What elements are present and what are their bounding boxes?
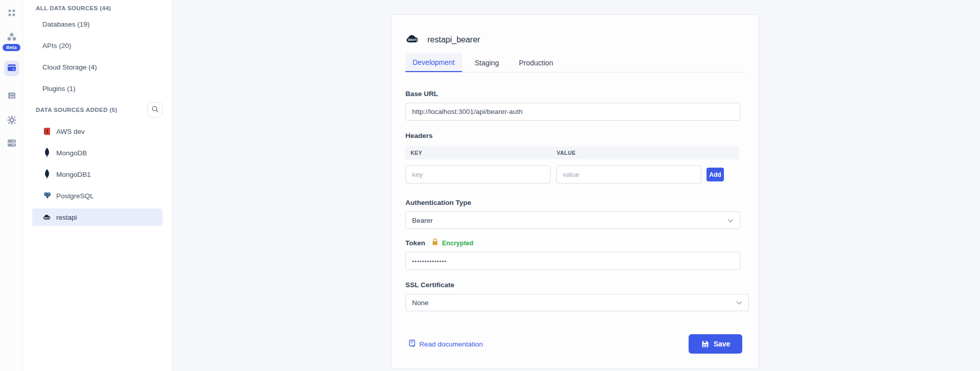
- header-key-input[interactable]: [405, 166, 551, 183]
- document-icon: [408, 339, 416, 349]
- sidebar-item-label: PostgreSQL: [56, 192, 94, 200]
- read-documentation-label: Read documentation: [419, 340, 483, 348]
- ssl-certificate-label: SSL Certificate: [405, 281, 745, 289]
- sidebar-item-cloud-storage[interactable]: Cloud Storage (4): [32, 58, 163, 76]
- rail-item-instances[interactable]: [0, 138, 23, 150]
- sidebar-item-aws-dev[interactable]: AWS dev: [32, 123, 163, 140]
- sidebar-item-label: Plugins (1): [42, 85, 76, 92]
- rail-item-marketplace[interactable]: [0, 90, 23, 103]
- sidebar-item-mongodb[interactable]: MongoDB: [32, 144, 163, 161]
- header-value-input[interactable]: [556, 166, 701, 183]
- encrypted-badge: Encrypted: [442, 240, 473, 247]
- ssl-certificate-value: None: [412, 299, 428, 307]
- datasource-config-card: (REST) restapi_bearer Development Stagin…: [391, 14, 759, 369]
- tab-production[interactable]: Production: [512, 53, 560, 72]
- environment-tabs: Development Staging Production: [405, 53, 745, 73]
- server-icon: [6, 138, 17, 150]
- storefront-icon: [6, 90, 17, 103]
- sidebar-item-restapi[interactable]: (REST) restapi: [32, 208, 163, 226]
- app-rail: Beta: [0, 0, 23, 371]
- beta-badge: Beta: [0, 44, 23, 51]
- restapi-icon: (REST): [42, 212, 52, 222]
- read-documentation-link[interactable]: Read documentation: [405, 339, 483, 349]
- rail-item-workflows[interactable]: [0, 31, 23, 44]
- sidebar-item-apis[interactable]: APIs (20): [32, 37, 163, 54]
- chevron-down-icon: [736, 299, 742, 307]
- rail-item-settings[interactable]: [0, 114, 23, 128]
- mongodb-icon: [42, 148, 52, 158]
- rail-item-datasources[interactable]: [0, 61, 23, 76]
- data-sources-added-label: DATA SOURCES ADDED (5): [36, 107, 118, 113]
- add-header-button[interactable]: Add: [706, 168, 724, 181]
- tab-development[interactable]: Development: [405, 53, 462, 72]
- mongodb-icon: [42, 169, 52, 179]
- auth-type-label: Authentication Type: [405, 199, 745, 206]
- sidebar-item-label: MongoDB1: [56, 171, 91, 178]
- sidebar-item-label: restapi: [56, 214, 77, 221]
- sidebar-item-label: MongoDB: [56, 149, 87, 157]
- rail-item-apps[interactable]: [0, 7, 23, 20]
- datasource-sidebar: ALL DATA SOURCES (44) Databases (19) API…: [23, 0, 172, 371]
- sidebar-item-databases[interactable]: Databases (19): [32, 15, 163, 33]
- lock-icon: [431, 238, 439, 248]
- svg-text:(REST): (REST): [44, 217, 51, 219]
- datasource-wallet-icon: [7, 63, 17, 74]
- search-datasource-button[interactable]: [147, 102, 163, 118]
- ssl-certificate-select[interactable]: None: [405, 294, 749, 311]
- chevron-down-icon: [727, 217, 734, 224]
- auth-type-value: Bearer: [412, 217, 433, 224]
- all-data-sources-label: ALL DATA SOURCES (44): [36, 5, 162, 11]
- sidebar-item-label: AWS dev: [56, 128, 85, 135]
- sidebar-item-label: Databases (19): [42, 20, 89, 28]
- token-label: Token: [405, 239, 425, 247]
- token-input[interactable]: [405, 252, 740, 270]
- save-button[interactable]: Save: [689, 334, 742, 354]
- headers-table-head: KEY VALUE: [405, 146, 739, 159]
- gear-icon: [6, 114, 17, 128]
- value-column-header: VALUE: [557, 150, 576, 156]
- headers-label: Headers: [405, 132, 745, 140]
- sidebar-item-label: Cloud Storage (4): [42, 63, 97, 71]
- key-column-header: KEY: [405, 150, 557, 156]
- tab-staging[interactable]: Staging: [468, 53, 506, 72]
- auth-type-select[interactable]: Bearer: [405, 212, 740, 229]
- datasource-title: restapi_bearer: [427, 35, 480, 44]
- aws-icon: [42, 126, 52, 136]
- base-url-label: Base URL: [405, 90, 745, 98]
- sidebar-item-mongodb1[interactable]: MongoDB1: [32, 166, 163, 183]
- svg-text:(REST): (REST): [408, 38, 417, 41]
- grid-dots-icon: [6, 7, 17, 20]
- postgresql-icon: [42, 191, 52, 201]
- save-button-label: Save: [714, 340, 731, 348]
- sidebar-item-plugins[interactable]: Plugins (1): [32, 80, 163, 97]
- save-floppy-icon: [701, 340, 710, 349]
- cluster-icon: [6, 31, 18, 44]
- restapi-cloud-icon: (REST): [405, 34, 420, 46]
- base-url-input[interactable]: [405, 103, 740, 121]
- sidebar-item-postgresql[interactable]: PostgreSQL: [32, 187, 163, 204]
- sidebar-item-label: APIs (20): [42, 42, 71, 50]
- search-icon: [151, 105, 159, 115]
